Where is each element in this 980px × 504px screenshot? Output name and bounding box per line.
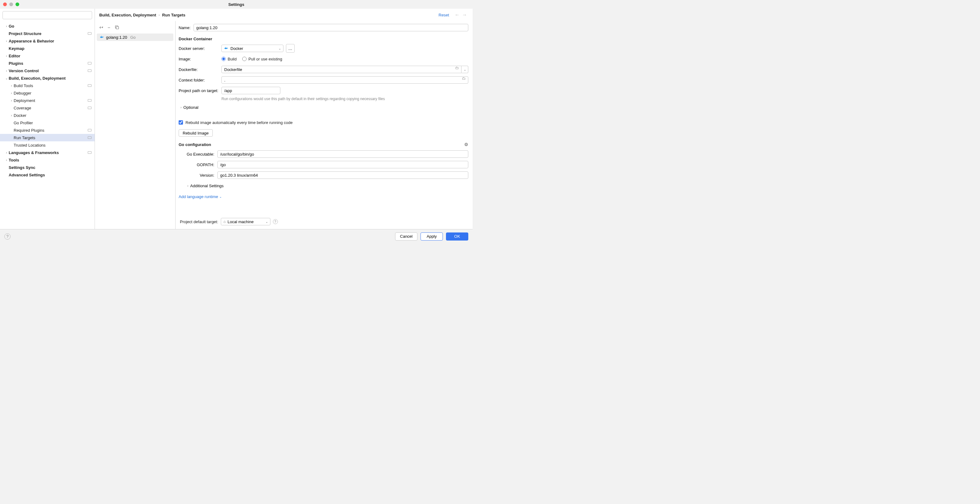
remove-icon[interactable]: − [108, 25, 110, 30]
image-pull-radio[interactable]: Pull or use existing [242, 57, 282, 61]
name-input[interactable] [194, 24, 468, 31]
tree-item-docker[interactable]: ›Docker [0, 111, 95, 119]
chevron-right-icon: › [4, 158, 9, 162]
project-path-hint: Run configurations would use this path b… [221, 97, 385, 101]
chevron-right-icon: › [9, 91, 14, 95]
tree-item-vcs[interactable]: ›Version Control [0, 67, 95, 75]
additional-settings-collapsible[interactable]: › Additional Settings [187, 183, 468, 188]
tree-item-run-targets[interactable]: Run Targets [0, 134, 95, 142]
tree-item-debugger[interactable]: ›Debugger [0, 89, 95, 97]
chevron-right-icon: › [4, 151, 9, 154]
help-icon[interactable]: ? [273, 219, 278, 224]
optional-collapsible[interactable]: › Optional [180, 105, 468, 110]
tree-item-tools[interactable]: ›Tools [0, 156, 95, 164]
context-input[interactable] [221, 76, 468, 84]
copy-icon[interactable] [115, 25, 119, 29]
version-label: Version: [182, 173, 217, 178]
scope-icon [88, 137, 91, 139]
home-icon: ⌂ [224, 219, 226, 224]
rebuild-checkbox[interactable] [179, 120, 183, 125]
scope-icon [88, 99, 91, 102]
project-path-label: Project path on target: [179, 88, 221, 93]
chevron-right-icon: › [4, 39, 9, 43]
gear-icon[interactable]: ⚙ [464, 142, 468, 147]
targets-panel: ＋▾ − golang:1.20 Go [95, 21, 175, 229]
reset-link[interactable]: Reset [439, 13, 449, 17]
docker-server-browse-button[interactable]: … [286, 44, 294, 53]
tree-item-keymap[interactable]: Keymap [0, 45, 95, 52]
chevron-right-icon: › [187, 184, 188, 188]
svg-rect-1 [116, 27, 118, 29]
ok-button[interactable]: OK [446, 232, 468, 240]
gopath-input[interactable] [217, 161, 468, 168]
tree-item-go-profiler[interactable]: Go Profiler [0, 119, 95, 126]
apply-button[interactable]: Apply [420, 232, 443, 240]
dockerfile-history-button[interactable]: ⌄ [461, 66, 468, 73]
context-label: Context folder: [179, 78, 221, 83]
tree-item-advanced[interactable]: Advanced Settings [0, 171, 95, 178]
breadcrumb-bar: Build, Execution, Deployment › Run Targe… [95, 9, 473, 21]
breadcrumb-item[interactable]: Build, Execution, Deployment [99, 13, 156, 17]
default-target-value: Local machine [228, 219, 254, 224]
chevron-right-icon: › [159, 13, 159, 17]
docker-icon [224, 47, 229, 50]
image-label: Image: [179, 57, 221, 61]
arrow-right-icon[interactable]: → [462, 12, 467, 17]
go-exe-input[interactable] [217, 150, 468, 158]
target-lang: Go [130, 35, 135, 40]
chevron-right-icon: › [9, 114, 14, 117]
tree-item-editor[interactable]: ›Editor [0, 52, 95, 59]
gopath-label: GOPATH: [182, 162, 217, 167]
image-build-radio[interactable]: Build [221, 57, 237, 61]
tree-item-trusted-locations[interactable]: Trusted Locations [0, 142, 95, 149]
default-target-label: Project default target: [180, 219, 218, 224]
default-target-select[interactable]: ⌂ Local machine [221, 218, 270, 225]
default-target-bar: Project default target: ⌂ Local machine … [175, 214, 473, 229]
tree-item-deployment[interactable]: ›Deployment [0, 97, 95, 104]
chevron-right-icon: › [9, 99, 14, 102]
svg-rect-9 [226, 47, 226, 48]
go-section-title: Go configuration ⚙ [179, 142, 468, 147]
form-panel: Name: Docker Container Docker server: Do… [175, 21, 473, 229]
tree-item-settings-sync[interactable]: Settings Sync [0, 164, 95, 171]
titlebar: Settings [0, 0, 473, 9]
name-label: Name: [179, 25, 194, 30]
targets-list: golang:1.20 Go [95, 33, 175, 229]
tree-item-plugins[interactable]: Plugins [0, 59, 95, 67]
tree-item-go[interactable]: ›Go [0, 22, 95, 30]
scope-icon [88, 70, 91, 72]
add-language-runtime-link[interactable]: Add language runtime ⌄ [179, 194, 222, 199]
minimize-window-button[interactable] [9, 3, 13, 6]
docker-server-value: Docker [231, 46, 243, 51]
target-name: golang:1.20 [106, 35, 127, 40]
tree-item-appearance[interactable]: ›Appearance & Behavior [0, 37, 95, 45]
maximize-window-button[interactable] [16, 3, 19, 6]
target-item[interactable]: golang:1.20 Go [97, 33, 173, 41]
right-column: Build, Execution, Deployment › Run Targe… [95, 9, 473, 229]
sidebar: ⌕ ›Go Project Structure ›Appearance & Be… [0, 9, 95, 229]
tree-item-coverage[interactable]: Coverage [0, 104, 95, 111]
docker-server-select[interactable]: Docker [221, 45, 283, 52]
traffic-lights [0, 3, 19, 6]
scope-icon [88, 62, 91, 64]
cancel-button[interactable]: Cancel [395, 232, 417, 240]
targets-toolbar: ＋▾ − [95, 21, 175, 33]
dockerfile-input[interactable] [221, 66, 461, 73]
docker-section-title: Docker Container [179, 37, 468, 41]
arrow-left-icon[interactable]: ← [455, 12, 460, 17]
help-button[interactable]: ? [4, 234, 11, 240]
tree-item-project-structure[interactable]: Project Structure [0, 30, 95, 37]
close-window-button[interactable] [3, 3, 7, 6]
rebuild-image-button[interactable]: Rebuild Image [179, 129, 213, 137]
tree-item-build-tools[interactable]: ›Build Tools [0, 82, 95, 89]
footer: ? Cancel Apply OK [0, 229, 473, 243]
chevron-right-icon: › [9, 84, 14, 87]
tree-item-build-deploy[interactable]: ⌄Build, Execution, Deployment [0, 75, 95, 82]
chevron-right-icon: › [4, 69, 9, 73]
tree-item-lang-frameworks[interactable]: ›Languages & Frameworks [0, 149, 95, 156]
tree-item-required-plugins[interactable]: Required Plugins [0, 126, 95, 134]
project-path-input[interactable] [221, 87, 280, 94]
chevron-right-icon: › [180, 106, 181, 109]
search-input[interactable] [3, 11, 92, 19]
add-icon[interactable]: ＋▾ [98, 24, 103, 30]
